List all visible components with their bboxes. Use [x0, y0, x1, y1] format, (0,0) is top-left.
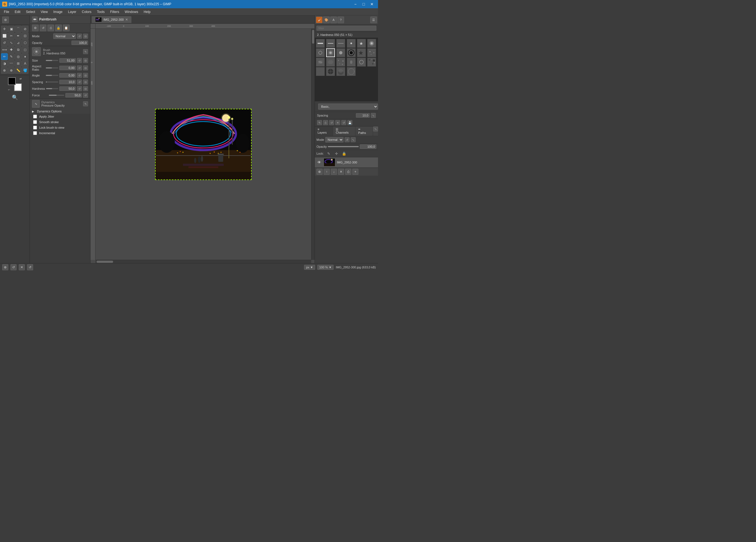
hardness-slider[interactable] — [46, 88, 58, 89]
brush-action-refresh-icon[interactable]: ↺ — [329, 120, 334, 125]
rp-icon-4[interactable]: ? — [337, 17, 344, 23]
maximize-button[interactable]: □ — [360, 1, 368, 7]
tool-move[interactable]: ✛ — [1, 26, 8, 32]
minimize-button[interactable]: − — [352, 1, 359, 7]
brush-cell-dot2[interactable] — [367, 39, 376, 48]
smooth-stroke-checkbox[interactable] — [33, 120, 37, 124]
hardness-chain-icon[interactable]: ⊟ — [83, 86, 88, 91]
brush-action-edit-icon[interactable]: ✎ — [317, 120, 322, 125]
layers-mode-reset-icon[interactable]: ↺ — [345, 137, 350, 142]
rp-icon-3[interactable]: A — [330, 17, 337, 23]
tool-color-picker[interactable]: ⊕ — [1, 67, 8, 74]
force-input[interactable]: 50,0 — [65, 93, 82, 97]
hardness-input[interactable]: 50,0 — [59, 86, 76, 91]
brush-cell-scatter3[interactable] — [347, 58, 356, 67]
tool-rect-select[interactable]: ⬜ — [1, 33, 8, 39]
menu-item-colors[interactable]: Colors — [79, 9, 94, 15]
rp-options-icon[interactable]: ☰ — [370, 17, 377, 23]
dynamics-edit-icon[interactable]: ✎ — [83, 101, 88, 106]
tool-zoom[interactable]: ⊕ — [8, 67, 15, 74]
layers-footer-icon4[interactable]: ✕ — [338, 169, 344, 175]
incremental-checkbox[interactable] — [33, 131, 37, 135]
rp-icon-1[interactable]: 🖌 — [316, 17, 323, 23]
aspect-ratio-reset-icon[interactable]: ↺ — [77, 65, 82, 70]
brush-cell-paint1[interactable] — [316, 58, 325, 67]
layers-footer-icon5[interactable]: ⎙ — [345, 169, 351, 175]
layers-mode-select[interactable]: Normal — [325, 137, 344, 142]
size-reset-icon[interactable]: ↺ — [77, 58, 82, 63]
statusbar-icon1[interactable]: ⊕ — [2, 264, 8, 270]
layers-footer-icon6[interactable]: + — [352, 169, 358, 175]
lock-move-icon[interactable]: ✛ — [334, 151, 339, 156]
tool-heal[interactable]: ✚ — [8, 46, 15, 53]
tool-options-icon-2[interactable]: ⎙ — [47, 25, 54, 31]
tool-flip[interactable]: ⟺ — [1, 46, 8, 53]
zoom-selector[interactable]: 100 % ▼ — [317, 265, 334, 270]
brush-cell-line3[interactable] — [336, 39, 345, 48]
tool-scale[interactable]: ⤡ — [8, 39, 15, 46]
layers-opacity-slider[interactable] — [328, 146, 359, 147]
spacing-slider[interactable] — [46, 81, 58, 83]
tool-paths[interactable]: ✒ — [15, 33, 22, 39]
angle-reset-icon[interactable]: ↺ — [77, 73, 82, 78]
menu-item-file[interactable]: File — [1, 9, 12, 15]
size-chain-icon[interactable]: ⊟ — [83, 58, 88, 63]
menu-item-edit[interactable]: Edit — [12, 9, 23, 15]
brush-cell-line1[interactable] — [316, 39, 325, 48]
menu-item-tools[interactable]: Tools — [94, 9, 107, 15]
menu-item-windows[interactable]: Windows — [122, 9, 141, 15]
statusbar-icon4[interactable]: ↺ — [27, 264, 33, 270]
toolbox-config-icon[interactable]: ⚙ — [2, 17, 9, 23]
tool-options-icon-4[interactable]: 📋 — [63, 25, 70, 31]
force-reset-icon[interactable]: ↺ — [83, 93, 88, 98]
tool-text[interactable]: A — [22, 60, 28, 67]
brush-action-dup-icon[interactable]: ⎙ — [323, 120, 328, 125]
unit-selector[interactable]: px ▼ — [304, 265, 315, 270]
dynamics-options-header[interactable]: ▶ Dynamics Options — [30, 109, 90, 114]
opacity-input[interactable]: 100,0 — [71, 41, 88, 45]
tool-free-select[interactable]: ⌒ — [15, 26, 22, 32]
vertical-scrollbar[interactable] — [311, 29, 315, 260]
brush-cell-circle1[interactable] — [316, 48, 325, 57]
menu-item-help[interactable]: Help — [141, 9, 153, 15]
brush-cell-scatter8[interactable] — [336, 67, 345, 76]
tool-align[interactable]: ▣ — [8, 26, 15, 32]
brush-cell-scatter6[interactable]: ※ — [316, 67, 325, 76]
angle-chain-icon[interactable]: ⊟ — [83, 73, 88, 78]
brush-action-save-icon[interactable]: 💾 — [347, 120, 352, 125]
brush-filter-input[interactable] — [316, 26, 376, 31]
brush-cell-scatter2[interactable] — [336, 58, 345, 67]
h-scroll-thumb[interactable] — [97, 260, 113, 263]
tab-close-icon[interactable]: ✕ — [125, 18, 128, 22]
tool-ink[interactable]: ♦ — [22, 53, 28, 60]
mode-chain-icon[interactable]: ⊟ — [83, 34, 88, 39]
brush-cell-line2[interactable] — [326, 39, 335, 48]
tool-convolve[interactable]: ⊞ — [15, 60, 22, 67]
tool-options-icon-0[interactable]: ⚙ — [32, 25, 39, 31]
brush-edit-icon[interactable]: ✎ — [83, 49, 88, 54]
brush-cell-circle2[interactable] — [336, 48, 345, 57]
layer-item[interactable]: 👁 IMG_2952-300 — [315, 157, 378, 167]
tool-options-icon-1[interactable]: ↺ — [40, 25, 46, 31]
aspect-ratio-chain-icon[interactable]: ⊟ — [83, 65, 88, 70]
image-canvas[interactable] — [155, 109, 252, 180]
tool-options-icon-3[interactable]: 🔒 — [55, 25, 62, 31]
menu-item-select[interactable]: Select — [23, 9, 38, 15]
angle-input[interactable]: 0,00 — [59, 73, 76, 78]
swap-colors-icon[interactable]: ⇄ — [20, 77, 22, 80]
brush-action-chain-icon[interactable]: ↺ — [341, 120, 346, 125]
brush-action-delete-icon[interactable]: ✕ — [335, 120, 340, 125]
tool-bucket[interactable]: 🪣 — [22, 67, 28, 74]
tool-dodge-burn[interactable]: ◑ — [1, 60, 8, 67]
rp-spacing-expand-icon[interactable]: ⤡ — [371, 113, 376, 118]
size-input[interactable]: 51,00 — [59, 58, 76, 63]
tool-perspective[interactable]: ⬡ — [22, 39, 28, 46]
brush-cell-scatter9[interactable] — [347, 67, 356, 76]
dynamics-header[interactable]: ∿ Dynamics Pressure Opacity ✎ — [30, 99, 90, 109]
menu-item-layer[interactable]: Layer — [65, 9, 79, 15]
tab-layers[interactable]: ≡ Layers — [315, 126, 333, 136]
tab-paths[interactable]: ✒ Paths — [355, 126, 373, 136]
horizontal-scrollbar[interactable] — [95, 260, 311, 263]
tool-measure[interactable]: 📏 — [15, 67, 22, 74]
rp-spacing-input[interactable]: 10,0 — [356, 113, 370, 118]
